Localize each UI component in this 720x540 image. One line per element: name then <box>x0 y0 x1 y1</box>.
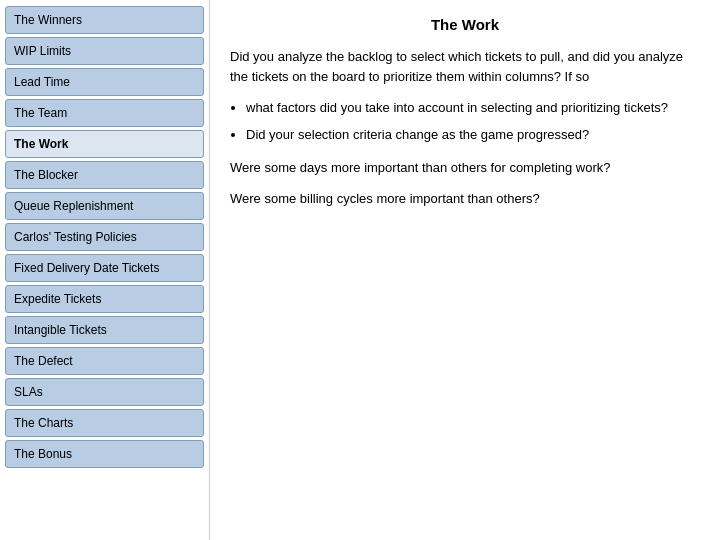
sidebar-item-the-blocker[interactable]: The Blocker <box>5 161 204 189</box>
sidebar-item-the-charts[interactable]: The Charts <box>5 409 204 437</box>
sidebar-item-expedite-tickets[interactable]: Expedite Tickets <box>5 285 204 313</box>
sidebar-item-intangible-tickets[interactable]: Intangible Tickets <box>5 316 204 344</box>
sidebar-item-the-bonus[interactable]: The Bonus <box>5 440 204 468</box>
sidebar-item-wip-limits[interactable]: WIP Limits <box>5 37 204 65</box>
main-title: The Work <box>230 16 700 33</box>
main-paragraph-2: Were some days more important than other… <box>230 158 700 178</box>
main-body: Did you analyze the backlog to select wh… <box>230 47 700 209</box>
sidebar-item-the-defect[interactable]: The Defect <box>5 347 204 375</box>
main-bullet-2: Did your selection criteria change as th… <box>246 125 700 146</box>
main-paragraph-3: Were some billing cycles more important … <box>230 189 700 209</box>
main-content-area: The Work Did you analyze the backlog to … <box>210 0 720 540</box>
sidebar-item-the-winners[interactable]: The Winners <box>5 6 204 34</box>
sidebar-item-slas[interactable]: SLAs <box>5 378 204 406</box>
sidebar: The WinnersWIP LimitsLead TimeThe TeamTh… <box>0 0 210 540</box>
sidebar-item-the-work[interactable]: The Work <box>5 130 204 158</box>
main-bullet-1: what factors did you take into account i… <box>246 98 700 119</box>
sidebar-item-lead-time[interactable]: Lead Time <box>5 68 204 96</box>
main-bullet-list: what factors did you take into account i… <box>246 98 700 146</box>
main-paragraph-1: Did you analyze the backlog to select wh… <box>230 47 700 86</box>
sidebar-item-the-team[interactable]: The Team <box>5 99 204 127</box>
sidebar-item-queue-replenishment[interactable]: Queue Replenishment <box>5 192 204 220</box>
sidebar-item-fixed-delivery-date-tickets[interactable]: Fixed Delivery Date Tickets <box>5 254 204 282</box>
sidebar-item-carlos-testing-policies[interactable]: Carlos' Testing Policies <box>5 223 204 251</box>
